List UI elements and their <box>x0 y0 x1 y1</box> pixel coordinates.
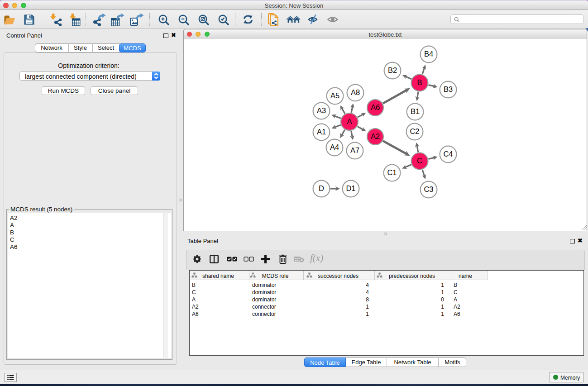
svg-text:A: A <box>347 117 352 125</box>
svg-text:A5: A5 <box>330 91 339 100</box>
svg-text:A8: A8 <box>351 88 360 96</box>
svg-text:A7: A7 <box>350 146 359 154</box>
svg-text:A6: A6 <box>371 103 380 111</box>
svg-text:B1: B1 <box>411 107 420 115</box>
svg-text:B2: B2 <box>388 66 397 74</box>
svg-text:C3: C3 <box>424 185 433 193</box>
svg-text:D: D <box>319 184 324 192</box>
svg-text:C: C <box>417 157 422 165</box>
svg-text:A4: A4 <box>330 143 339 151</box>
svg-text:A1: A1 <box>317 128 326 136</box>
svg-text:A2: A2 <box>371 132 380 140</box>
svg-text:A3: A3 <box>317 106 326 114</box>
svg-text:B4: B4 <box>424 50 433 58</box>
svg-text:B3: B3 <box>444 85 453 93</box>
svg-text:C1: C1 <box>387 168 397 176</box>
svg-text:C2: C2 <box>410 127 419 135</box>
svg-text:C4: C4 <box>443 150 453 158</box>
svg-text:B: B <box>417 78 422 86</box>
svg-text:D1: D1 <box>346 184 355 192</box>
